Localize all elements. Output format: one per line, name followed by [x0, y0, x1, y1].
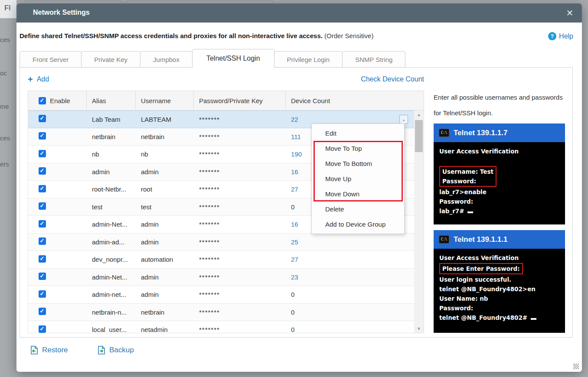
terminal-line: Username: Test — [442, 167, 493, 176]
description-main: Define shared Telnet/SSH/SNMP access cre… — [20, 32, 323, 39]
enable-cell — [28, 273, 87, 281]
terminal-blank-line — [439, 156, 565, 166]
masked-password: ******* — [199, 273, 220, 281]
table-toolbar: + Add Check Device Count — [28, 73, 424, 86]
enable-cell — [28, 290, 87, 299]
backup-button[interactable]: Backup — [98, 346, 134, 354]
help-link[interactable]: ? Help — [548, 32, 573, 40]
enable-checkbox[interactable] — [39, 115, 46, 122]
enable-cell — [28, 185, 87, 194]
menu-item-move-up[interactable]: Move Up — [312, 171, 404, 186]
enable-checkbox[interactable] — [39, 202, 46, 210]
enable-checkbox[interactable] — [39, 255, 46, 263]
tab-bar: Front ServerPrivate KeyJumpboxTelnet/SSH… — [20, 49, 405, 68]
column-header-label: Username — [141, 97, 171, 104]
masked-password: ******* — [199, 291, 220, 298]
terminal-highlight-box: Username: TestPassword: — [439, 166, 497, 187]
restore-button[interactable]: Restore — [30, 346, 68, 354]
menu-item-edit[interactable]: Edit — [312, 126, 404, 141]
side-panel-hint: Enter all possible usernames and passwor… — [434, 90, 565, 121]
terminal-window: C:\Telnet 139.1.1.1User Access Verificat… — [434, 230, 565, 333]
terminal-line: User login successful. — [439, 275, 565, 284]
table-row[interactable]: local_user...netadmin*******0 — [28, 321, 415, 333]
username-cell: automation — [136, 256, 194, 263]
enable-checkbox[interactable] — [39, 220, 46, 228]
column-header-label: Password/Private Key — [199, 97, 263, 104]
enable-checkbox[interactable] — [39, 273, 46, 280]
tab-telnet-ssh-login[interactable]: Telnet/SSH Login — [192, 49, 274, 68]
tab-snmp-string[interactable]: SNMP String — [342, 51, 405, 68]
dialog-titlebar[interactable]: Network Settings ✕ — [16, 3, 582, 23]
tab-private-key[interactable]: Private Key — [81, 51, 140, 68]
menu-item-delete[interactable]: Delete — [312, 202, 404, 217]
device-count-cell: 23 — [286, 273, 415, 281]
device-count-value: 0 — [291, 291, 294, 298]
menu-item-move-to-top[interactable]: Move To Top — [312, 141, 404, 156]
username-cell: admin — [136, 273, 194, 281]
device-count-value[interactable]: 111 — [291, 133, 301, 140]
device-count-value[interactable]: 27 — [291, 185, 298, 193]
menu-item-add-to-device-group[interactable]: Add to Device Group — [312, 217, 404, 232]
enable-checkbox[interactable] — [39, 185, 46, 192]
enable-checkbox[interactable] — [39, 290, 46, 298]
username-cell: admin — [136, 291, 194, 298]
username-cell: LABTEAM — [136, 116, 194, 123]
menu-item-move-to-bottom[interactable]: Move To Bottom — [312, 156, 404, 171]
backup-label: Backup — [109, 346, 134, 354]
scroll-up-button[interactable]: ▲ — [414, 110, 424, 119]
table-row[interactable]: admin-net...admin*******0 — [28, 286, 415, 304]
terminal-line: Password: — [439, 303, 565, 313]
backup-document-icon — [98, 346, 105, 354]
table-row[interactable]: netbrain-n...netbrain*******0 — [28, 304, 415, 322]
enable-checkbox[interactable] — [39, 237, 46, 245]
terminal-line: User Access Verification — [439, 253, 565, 263]
add-label: Add — [37, 75, 49, 83]
add-button[interactable]: + Add — [28, 75, 49, 83]
device-count-value: 0 — [291, 326, 294, 333]
masked-password: ******* — [199, 326, 220, 333]
device-count-value[interactable]: 27 — [291, 256, 298, 263]
username-cell: netbrain — [136, 133, 194, 140]
resize-grip[interactable] — [573, 364, 579, 369]
enable-checkbox[interactable] — [39, 308, 46, 315]
password-cell: ******* — [194, 273, 286, 281]
password-cell: ******* — [194, 133, 286, 140]
alias-cell: netbrain-n... — [87, 309, 136, 316]
enable-checkbox[interactable] — [39, 132, 46, 140]
enable-cell — [28, 167, 87, 176]
select-all-checkbox[interactable] — [39, 97, 46, 104]
tab-jumpbox[interactable]: Jumpbox — [140, 51, 193, 68]
terminal-line: telnet @NB_Foundry4802# — [439, 313, 565, 322]
device-count-value[interactable]: 23 — [291, 273, 298, 281]
username-cell: test — [136, 203, 194, 211]
device-count-value[interactable]: 16 — [291, 221, 298, 228]
vertical-scrollbar[interactable]: ▲ ▼ — [414, 110, 424, 333]
console-icon: C:\ — [439, 235, 449, 244]
terminal-title: Telnet 139.1.1.1 — [454, 235, 507, 244]
background-text-fragment: oc — [0, 69, 7, 77]
device-count-value[interactable]: 22 — [291, 116, 298, 123]
password-cell: ******* — [194, 221, 286, 228]
table-row[interactable]: admin-Net...admin*******23 — [28, 269, 415, 286]
alias-cell: test — [87, 203, 136, 211]
tab-front-server[interactable]: Front Server — [20, 51, 82, 68]
table-row[interactable]: dev_nonpr...automation*******27 — [28, 251, 415, 269]
row-dropdown-button[interactable]: ⌄ — [399, 115, 408, 124]
enable-checkbox[interactable] — [39, 325, 46, 333]
device-count-value[interactable]: 16 — [291, 168, 298, 176]
terminal-cursor — [531, 318, 536, 320]
terminal-line: User Access Verification — [439, 146, 565, 156]
enable-checkbox[interactable] — [39, 167, 46, 175]
menu-item-move-down[interactable]: Move Down — [312, 186, 404, 202]
table-row[interactable]: admin-ad...admin*******25 — [28, 234, 415, 251]
check-device-count-link[interactable]: Check Device Count — [361, 75, 424, 83]
tab-privilege-login[interactable]: Privilege Login — [274, 51, 343, 68]
scroll-down-button[interactable]: ▼ — [414, 325, 424, 333]
scrollbar-thumb[interactable] — [415, 120, 423, 152]
device-count-value[interactable]: 25 — [291, 238, 298, 246]
close-icon[interactable]: ✕ — [565, 8, 575, 18]
terminal-window: C:\Telnet 139.1.1.7User Access Verificat… — [434, 124, 565, 224]
device-count-value[interactable]: 190 — [291, 150, 302, 158]
dialog-title: Network Settings — [33, 9, 90, 16]
enable-checkbox[interactable] — [39, 150, 46, 157]
